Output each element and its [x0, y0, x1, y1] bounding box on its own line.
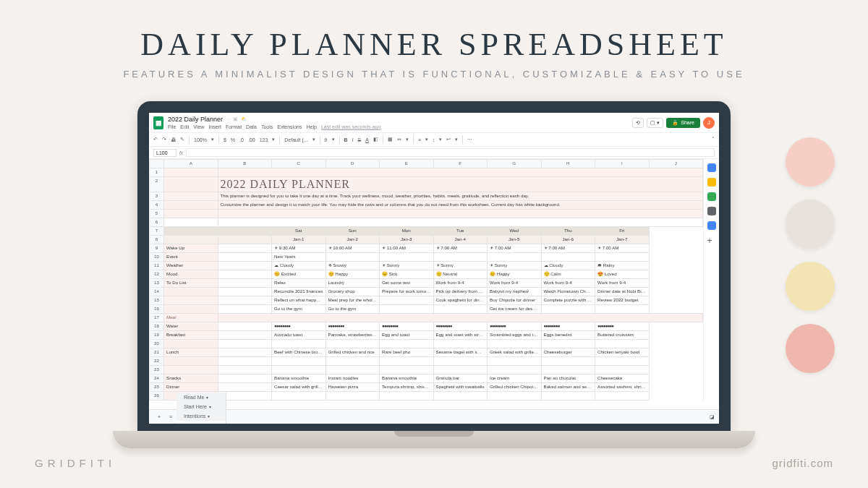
star-icon[interactable]: ☆ — [226, 116, 230, 122]
tab-daily-planner[interactable]: Daily Planner ▾ — [176, 421, 226, 424]
bold-button[interactable]: B — [344, 137, 348, 142]
last-edit-link[interactable]: Last edit was seconds ago — [321, 124, 381, 129]
tab-read-me[interactable]: Read Me ▾ — [176, 393, 226, 402]
percent-button[interactable]: % — [231, 137, 235, 142]
collapse-toolbar-icon[interactable]: ˄ — [712, 137, 715, 142]
doc-title[interactable]: 2022 Daily Planner — [168, 116, 223, 123]
dec-button[interactable]: .0 — [239, 137, 244, 142]
sheet-tabs: + ≡ Read Me ▾Start Here ▾Intentions ▾Dai… — [149, 409, 719, 424]
color-swatch — [786, 324, 835, 373]
font-size[interactable]: 9 — [325, 137, 328, 142]
menu-format[interactable]: Format — [226, 124, 242, 129]
sheets-logo-icon: ▦ — [153, 116, 163, 129]
sidepanel-add-icon[interactable]: + — [707, 236, 716, 244]
sidepanel-icon[interactable] — [707, 221, 716, 230]
meet-button[interactable]: ▢ ▾ — [647, 118, 663, 128]
name-box[interactable]: L100 — [153, 149, 176, 157]
color-swatch — [786, 262, 835, 311]
menu-help[interactable]: Help — [306, 124, 316, 129]
hero-title: DAILY PLANNER SPREADSHEET — [0, 0, 868, 63]
wrap-icon[interactable]: ↩ — [446, 137, 451, 142]
fill-icon[interactable]: ◧ — [373, 137, 378, 142]
more-icon[interactable]: ⋯ — [467, 137, 472, 142]
toolbar: ↶ ↷ 🖶 ✎ 100%▾ $ % .0 .00 123▾ Default (.… — [149, 133, 719, 147]
all-sheets-button[interactable]: ≡ — [165, 414, 176, 419]
valign-icon[interactable]: ↕ — [433, 137, 435, 142]
halign-icon[interactable]: ≡ — [418, 137, 421, 142]
print-icon[interactable]: 🖶 — [171, 137, 176, 142]
fx-icon: fx — [179, 150, 183, 155]
format-more[interactable]: 123 — [260, 137, 268, 142]
menu-insert[interactable]: Insert — [208, 124, 221, 129]
account-avatar[interactable]: J — [703, 117, 715, 129]
formula-bar[interactable] — [186, 148, 715, 157]
menu-data[interactable]: Data — [246, 124, 257, 129]
inc-button[interactable]: .00 — [248, 137, 255, 142]
add-sheet-button[interactable]: + — [153, 414, 165, 419]
menu-view[interactable]: View — [193, 124, 204, 129]
undo-icon[interactable]: ↶ — [153, 137, 158, 142]
laptop-mockup: ▦ 2022 Daily Planner ☆ ▣ ⛅ FileEditViewI… — [137, 101, 731, 448]
font-select[interactable]: Default (... — [284, 137, 307, 142]
borders-icon[interactable]: ▦ — [388, 137, 393, 142]
sidepanel-icon[interactable] — [707, 178, 716, 187]
sidepanel-icon[interactable] — [707, 163, 716, 172]
brand-logo: GRIDFITI — [35, 457, 116, 469]
explore-button[interactable]: ◪ — [710, 414, 715, 420]
textcolor-button[interactable]: A — [365, 137, 369, 142]
spreadsheet-screen: ▦ 2022 Daily Planner ☆ ▣ ⛅ FileEditViewI… — [149, 113, 719, 424]
hero-subtitle: FEATURES A MINIMALIST DESIGN THAT IS FUN… — [0, 69, 868, 80]
tab-intentions[interactable]: Intentions ▾ — [176, 411, 226, 421]
color-swatch — [786, 137, 835, 187]
sidepanel-icon[interactable] — [707, 192, 716, 201]
laptop-base — [113, 431, 755, 448]
sidepanel-icon[interactable] — [707, 207, 716, 215]
cloud-icon: ⛅ — [241, 116, 247, 122]
color-swatch — [786, 200, 835, 249]
menu-tools[interactable]: Tools — [261, 124, 273, 129]
color-swatches — [786, 137, 835, 373]
zoom-select[interactable]: 100% — [194, 137, 207, 142]
currency-button[interactable]: $ — [224, 137, 226, 142]
redo-icon[interactable]: ↷ — [162, 137, 166, 142]
menu-bar: FileEditViewInsertFormatDataToolsExtensi… — [168, 124, 628, 129]
move-icon[interactable]: ▣ — [233, 116, 238, 122]
history-button[interactable]: ⟲ — [632, 118, 644, 128]
brand-url: gridfiti.com — [772, 457, 833, 469]
strike-button[interactable]: S — [358, 137, 362, 142]
sheets-titlebar: ▦ 2022 Daily Planner ☆ ▣ ⛅ FileEditViewI… — [149, 113, 719, 133]
merge-icon[interactable]: ⇔ — [397, 137, 401, 142]
italic-button[interactable]: I — [352, 137, 354, 142]
tab-start-here[interactable]: Start Here ▾ — [176, 402, 226, 411]
menu-extensions[interactable]: Extensions — [277, 124, 302, 129]
spreadsheet-grid[interactable]: ABCDEFGHIJ122022 DAILY PLANNER3This plan… — [149, 159, 703, 401]
share-button[interactable]: 🔒 Share — [666, 118, 700, 128]
menu-file[interactable]: File — [168, 124, 176, 129]
menu-edit[interactable]: Edit — [180, 124, 189, 129]
side-panel: + — [703, 159, 719, 401]
paint-icon[interactable]: ✎ — [180, 137, 184, 142]
